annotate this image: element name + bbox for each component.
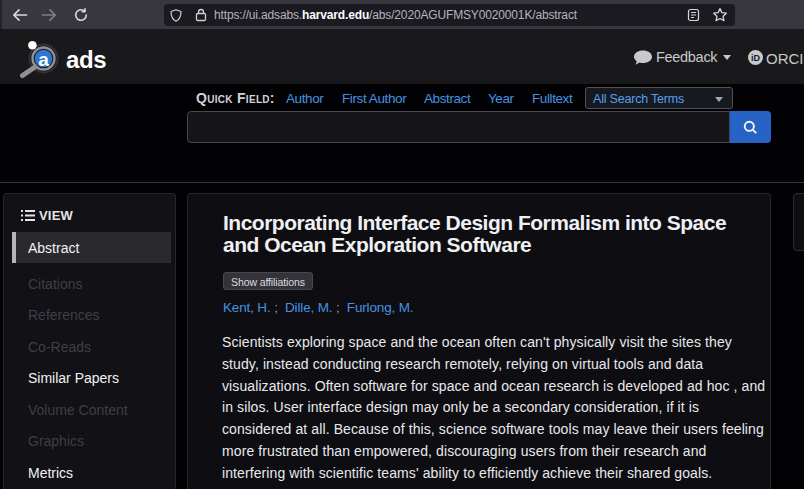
svg-text:iD: iD bbox=[751, 53, 761, 63]
svg-text:a: a bbox=[38, 49, 49, 70]
